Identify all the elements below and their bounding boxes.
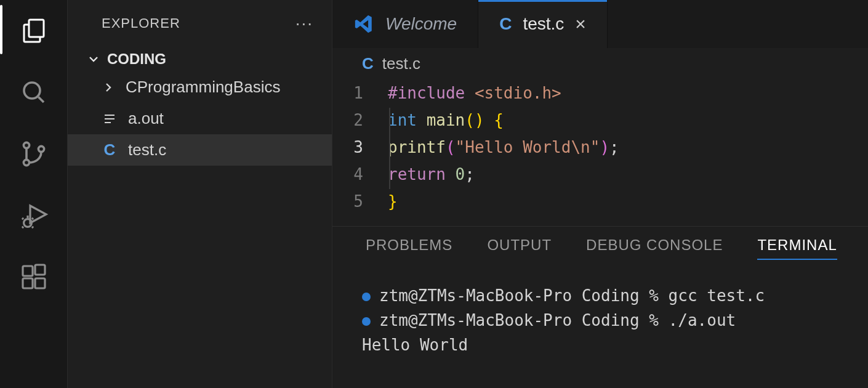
code-editor[interactable]: 12345 #include <stdio.h>int main() { pri… bbox=[332, 79, 868, 215]
line-number: 4 bbox=[345, 161, 363, 188]
explorer-sidebar: EXPLORER ··· CODING CProgrammingBasics a… bbox=[68, 0, 332, 388]
code-line: return 0; bbox=[388, 161, 619, 188]
indent-guide bbox=[389, 108, 390, 189]
panel-tab-problems[interactable]: PROBLEMS bbox=[366, 236, 452, 260]
line-gutter: 12345 bbox=[345, 79, 388, 215]
svg-rect-7 bbox=[23, 266, 33, 276]
tab-bar: Welcome C test.c × bbox=[332, 0, 868, 48]
explorer-more-icon[interactable]: ··· bbox=[295, 14, 313, 33]
svg-rect-9 bbox=[35, 278, 45, 288]
activity-search[interactable] bbox=[15, 74, 52, 111]
prompt-bullet-icon bbox=[362, 317, 371, 326]
c-file-icon: C bbox=[499, 14, 512, 34]
panel-tab-output[interactable]: OUTPUT bbox=[487, 236, 552, 260]
svg-rect-10 bbox=[35, 265, 45, 275]
file-item-testc[interactable]: C test.c bbox=[68, 134, 332, 166]
file-item-label: a.out bbox=[128, 109, 164, 128]
breadcrumb[interactable]: C test.c bbox=[332, 48, 868, 79]
code-line: printf("Hello World\n"); bbox=[388, 134, 619, 161]
svg-rect-8 bbox=[23, 278, 33, 288]
file-item-aout[interactable]: a.out bbox=[68, 103, 332, 134]
activity-run-debug[interactable] bbox=[15, 197, 52, 234]
tab-label: test.c bbox=[523, 14, 564, 34]
svg-point-2 bbox=[23, 142, 29, 148]
terminal-line: ztm@ZTMs-MacBook-Pro Coding % ./a.out bbox=[362, 308, 868, 333]
panel-tab-debug-console[interactable]: DEBUG CONSOLE bbox=[586, 236, 723, 260]
terminal-output[interactable]: ztm@ZTMs-MacBook-Pro Coding % gcc test.c… bbox=[332, 270, 868, 357]
code-line: #include <stdio.h> bbox=[388, 79, 619, 107]
line-number: 5 bbox=[345, 188, 363, 215]
c-file-icon: C bbox=[101, 140, 118, 160]
panel-tab-terminal[interactable]: TERMINAL bbox=[757, 236, 837, 260]
folder-item-label: CProgrammingBasics bbox=[126, 78, 280, 97]
panel-tabs: PROBLEMSOUTPUTDEBUG CONSOLETERMINAL bbox=[332, 227, 868, 270]
svg-point-3 bbox=[23, 160, 29, 165]
code-content: #include <stdio.h>int main() { printf("H… bbox=[388, 79, 619, 215]
svg-point-4 bbox=[38, 146, 44, 152]
code-line: } bbox=[388, 188, 619, 215]
prompt-bullet-icon bbox=[362, 293, 371, 301]
terminal-line: ztm@ZTMs-MacBook-Pro Coding % gcc test.c bbox=[362, 283, 868, 308]
activity-source-control[interactable] bbox=[15, 135, 52, 172]
terminal-line: Hello World bbox=[362, 333, 868, 357]
line-number: 1 bbox=[345, 79, 363, 107]
svg-rect-0 bbox=[29, 20, 44, 37]
breadcrumb-label: test.c bbox=[382, 54, 420, 73]
line-number: 2 bbox=[345, 107, 363, 134]
folder-header[interactable]: CODING bbox=[68, 47, 332, 71]
file-item-label: test.c bbox=[128, 140, 166, 160]
close-icon[interactable]: × bbox=[575, 14, 586, 34]
activity-explorer[interactable] bbox=[15, 12, 52, 49]
code-line: int main() { bbox=[388, 107, 619, 134]
tab-label: Welcome bbox=[385, 14, 457, 34]
line-number: 3 bbox=[345, 134, 363, 161]
folder-item-cprogrammingbasics[interactable]: CProgrammingBasics bbox=[68, 71, 332, 103]
tab-testc[interactable]: C test.c × bbox=[478, 0, 608, 48]
explorer-title: EXPLORER bbox=[102, 15, 180, 31]
chevron-right-icon bbox=[101, 80, 116, 95]
c-file-icon: C bbox=[362, 54, 374, 73]
main-area: Welcome C test.c × C test.c 12345 #inclu… bbox=[332, 0, 868, 388]
bottom-panel: PROBLEMSOUTPUTDEBUG CONSOLETERMINAL ztm@… bbox=[332, 226, 868, 357]
activity-extensions[interactable] bbox=[15, 259, 52, 296]
activity-bar bbox=[0, 0, 68, 388]
vscode-logo-icon bbox=[353, 14, 374, 34]
folder-name: CODING bbox=[107, 51, 166, 68]
svg-point-1 bbox=[24, 83, 40, 99]
lines-icon bbox=[101, 111, 118, 126]
tab-welcome[interactable]: Welcome bbox=[332, 0, 478, 48]
svg-marker-5 bbox=[30, 206, 46, 223]
chevron-down-icon bbox=[86, 52, 101, 67]
